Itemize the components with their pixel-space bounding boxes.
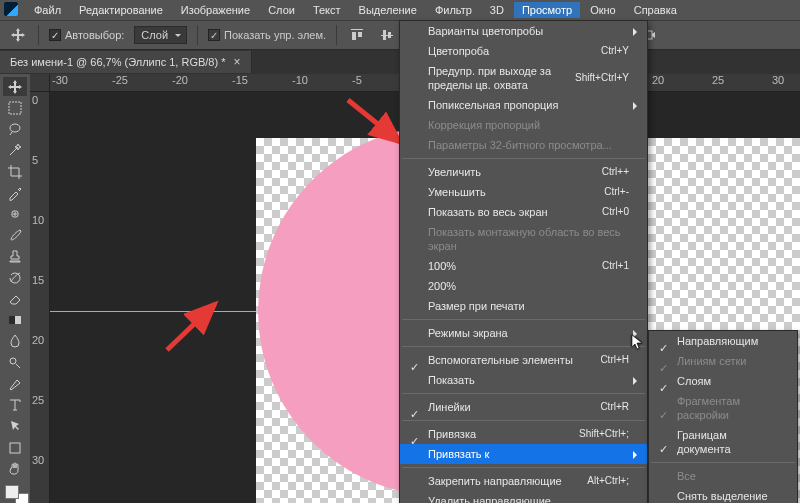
submenu-item[interactable]: Снять выделение [649,486,797,503]
ruler-corner [30,74,50,92]
ruler-vertical[interactable]: 05101520253035404550 [30,92,50,503]
menu-item[interactable]: Варианты цветопробы [400,21,647,41]
mouse-cursor-icon [631,334,647,352]
path-select-tool[interactable] [3,417,27,436]
submenu-item: Линиям сетки [649,351,797,371]
menu-3d[interactable]: 3D [482,2,512,18]
toolbox [0,74,30,503]
menu-item[interactable]: Удалить направляющие [400,491,647,503]
menu-item[interactable]: УменьшитьCtrl+- [400,182,647,202]
menu-item[interactable]: ПривязкаShift+Ctrl+; [400,424,647,444]
type-tool[interactable] [3,396,27,415]
menu-справка[interactable]: Справка [626,2,685,18]
close-icon[interactable]: × [233,55,240,69]
blur-tool[interactable] [3,332,27,351]
color-swatch[interactable] [5,485,25,502]
view-menu-dropdown[interactable]: Варианты цветопробыЦветопробаCtrl+YПреду… [399,20,648,503]
submenu-item[interactable]: Слоям [649,371,797,391]
lasso-tool[interactable] [3,119,27,138]
move-tool-icon [8,25,28,45]
menu-item[interactable]: УвеличитьCtrl++ [400,162,647,182]
menu-item[interactable]: ЛинейкиCtrl+R [400,397,647,417]
svg-rect-5 [9,102,21,114]
menu-item[interactable]: Закрепить направляющиеAlt+Ctrl+; [400,471,647,491]
menu-item: Параметры 32-битного просмотра... [400,135,647,155]
document-tab-label: Без имени-1 @ 66,7% (Эллипс 1, RGB/8) * [10,56,225,68]
menu-файл[interactable]: Файл [26,2,69,18]
snap-to-submenu[interactable]: НаправляющимЛиниям сеткиСлоямФрагментам … [648,330,798,503]
menu-bar: ФайлРедактированиеИзображениеСлоиТекстВы… [0,0,800,20]
menu-item[interactable]: Режимы экрана [400,323,647,343]
menu-окно[interactable]: Окно [582,2,624,18]
wand-tool[interactable] [3,141,27,160]
hand-tool[interactable] [3,459,27,478]
svg-point-6 [10,124,20,132]
menu-item[interactable]: ЦветопробаCtrl+Y [400,41,647,61]
eraser-tool[interactable] [3,289,27,308]
brush-tool[interactable] [3,226,27,245]
document-tab[interactable]: Без имени-1 @ 66,7% (Эллипс 1, RGB/8) * … [0,51,252,73]
menu-выделение[interactable]: Выделение [351,2,425,18]
menu-item: Коррекция пропорций [400,115,647,135]
menu-item[interactable]: Вспомогательные элементыCtrl+H [400,350,647,370]
menu-item: Показать монтажную область во весь экран [400,222,647,256]
auto-select-checkbox[interactable]: Автовыбор: [49,29,124,41]
menu-item[interactable]: 100%Ctrl+1 [400,256,647,276]
auto-select-target-dropdown[interactable]: Слой [134,26,187,44]
submenu-item: Все [649,466,797,486]
menu-слои[interactable]: Слои [260,2,303,18]
svg-rect-11 [10,443,20,453]
crop-tool[interactable] [3,162,27,181]
menu-item[interactable]: Предупр. при выходе за пределы цв. охват… [400,61,647,95]
submenu-item[interactable]: Направляющим [649,331,797,351]
menu-item[interactable]: Попиксельная пропорция [400,95,647,115]
menu-редактирование[interactable]: Редактирование [71,2,171,18]
stamp-tool[interactable] [3,247,27,266]
menu-item[interactable]: 200% [400,276,647,296]
gradient-tool[interactable] [3,311,27,330]
svg-rect-9 [9,316,15,324]
marquee-tool[interactable] [3,98,27,117]
menu-item[interactable]: Показать [400,370,647,390]
spot-heal-tool[interactable] [3,204,27,223]
menu-изображение[interactable]: Изображение [173,2,258,18]
menu-текст[interactable]: Текст [305,2,349,18]
pen-tool[interactable] [3,374,27,393]
annotation-arrow-icon [155,282,235,364]
menu-фильтр[interactable]: Фильтр [427,2,480,18]
dodge-tool[interactable] [3,353,27,372]
move-tool[interactable] [3,77,27,96]
history-brush-tool[interactable] [3,268,27,287]
menu-item[interactable]: Привязать к [400,444,647,464]
menu-просмотр[interactable]: Просмотр [514,2,580,18]
menu-item[interactable]: Размер при печати [400,296,647,316]
submenu-item: Фрагментам раскройки [649,391,797,425]
svg-line-13 [167,304,215,350]
eyedropper-tool[interactable] [3,183,27,202]
shape-tool[interactable] [3,438,27,457]
align-top-icon[interactable] [347,25,367,45]
align-vcenter-icon[interactable] [377,25,397,45]
svg-point-10 [10,358,16,364]
app-logo-icon [4,2,20,18]
show-transform-controls-checkbox[interactable]: Показать упр. элем. [208,29,326,41]
submenu-item[interactable]: Границам документа [649,425,797,459]
svg-line-12 [348,100,400,142]
menu-item[interactable]: Показать во весь экранCtrl+0 [400,202,647,222]
